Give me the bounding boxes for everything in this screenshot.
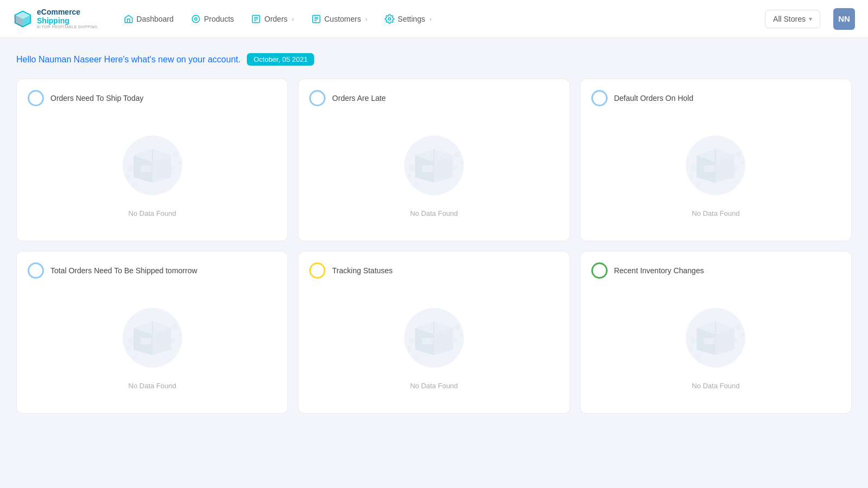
svg-point-80 [695, 354, 701, 359]
card-header-tracking-statuses: Tracking Statuses [309, 262, 558, 279]
card-orders-ship-today: Orders Need To Ship Today [16, 79, 288, 241]
svg-point-14 [388, 17, 391, 20]
card-title-orders-late: Orders Are Late [332, 94, 386, 102]
card-indicator-tracking-statuses [309, 262, 326, 279]
svg-point-25 [132, 182, 138, 187]
card-title-tracking-statuses: Tracking Statuses [332, 266, 393, 275]
empty-box-svg [120, 305, 185, 365]
svg-point-22 [171, 166, 175, 170]
card-orders-late: Orders Are Late [298, 79, 570, 241]
svg-point-55 [171, 338, 175, 343]
svg-point-24 [126, 174, 130, 178]
svg-point-32 [459, 161, 463, 164]
svg-point-36 [414, 182, 419, 187]
card-header-inventory-changes: Recent Inventory Changes [591, 262, 840, 279]
no-data-text-orders-ship-today: No Data Found [129, 209, 176, 217]
no-data-text-tracking-statuses: No Data Found [410, 382, 458, 390]
svg-point-5 [195, 17, 197, 20]
card-title-inventory-changes: Recent Inventory Changes [614, 266, 704, 275]
settings-icon [385, 14, 394, 24]
svg-point-31 [454, 152, 459, 157]
svg-rect-74 [704, 338, 714, 344]
card-header-orders-on-hold: Default Orders On Hold [591, 90, 840, 106]
svg-point-75 [736, 324, 741, 330]
svg-point-69 [414, 354, 419, 359]
nav-item-customers[interactable]: Customers › [303, 10, 376, 28]
card-title-orders-ship-tomorrow: Total Orders Need To Be Shipped tomorrow [50, 266, 197, 275]
logo-text: eCommerce Shipping AI FOR PROFITABLE SHI… [37, 8, 98, 29]
svg-point-42 [736, 152, 741, 157]
no-data-text-orders-on-hold: No Data Found [692, 209, 739, 217]
nav-items: Dashboard Products Orders › [115, 10, 761, 28]
nav-item-settings[interactable]: Settings › [376, 10, 440, 28]
empty-box-svg [683, 305, 748, 365]
svg-point-78 [691, 337, 697, 344]
no-data-text-orders-late: No Data Found [410, 209, 458, 217]
empty-illustration-orders-ship-today [117, 130, 188, 201]
customers-chevron: › [365, 16, 367, 22]
home-icon [124, 14, 133, 24]
nav-item-dashboard[interactable]: Dashboard [115, 10, 183, 28]
svg-point-23 [127, 165, 134, 171]
svg-point-65 [459, 333, 463, 337]
svg-point-44 [734, 166, 738, 170]
svg-rect-41 [704, 165, 714, 172]
card-tracking-statuses: Tracking Statuses [298, 251, 570, 414]
svg-point-58 [132, 354, 138, 359]
no-data-text-inventory-changes: No Data Found [692, 382, 739, 390]
svg-point-47 [695, 182, 701, 187]
svg-rect-19 [141, 165, 151, 172]
svg-point-64 [454, 324, 459, 330]
svg-point-54 [178, 333, 181, 337]
empty-box-svg [401, 305, 467, 365]
svg-point-76 [741, 333, 744, 337]
nav-item-orders[interactable]: Orders › [242, 10, 302, 28]
no-data-text-orders-ship-tomorrow: No Data Found [129, 382, 176, 390]
svg-point-35 [407, 174, 412, 178]
avatar[interactable]: NN [833, 8, 855, 30]
card-body-orders-on-hold: No Data Found [591, 115, 840, 232]
card-body-tracking-statuses: No Data Found [309, 287, 558, 404]
greeting-text: Hello Nauman Naseer Here's what's new on… [16, 55, 240, 65]
svg-rect-30 [422, 165, 433, 172]
logo[interactable]: eCommerce Shipping AI FOR PROFITABLE SHI… [13, 8, 98, 29]
card-indicator-orders-ship-tomorrow [28, 262, 44, 279]
svg-rect-63 [422, 338, 433, 344]
svg-point-66 [452, 338, 457, 343]
card-body-orders-ship-today: No Data Found [28, 115, 277, 232]
svg-rect-52 [141, 338, 151, 344]
store-selector[interactable]: All Stores ▾ [765, 10, 820, 28]
customers-icon [311, 14, 321, 24]
card-orders-on-hold: Default Orders On Hold [580, 79, 852, 241]
svg-point-68 [407, 346, 412, 351]
navbar: eCommerce Shipping AI FOR PROFITABLE SHI… [0, 0, 868, 38]
card-body-orders-late: No Data Found [309, 115, 558, 232]
empty-illustration-orders-on-hold [680, 130, 751, 201]
empty-illustration-tracking-statuses [399, 303, 469, 373]
nav-item-products[interactable]: Products [182, 10, 242, 28]
svg-point-4 [192, 15, 200, 23]
card-title-orders-ship-today: Orders Need To Ship Today [50, 94, 143, 102]
empty-box-svg [401, 133, 467, 192]
dashboard-grid: Orders Need To Ship Today [16, 79, 852, 414]
svg-point-21 [178, 161, 181, 164]
svg-point-53 [173, 324, 178, 330]
empty-box-svg [120, 133, 185, 192]
card-body-inventory-changes: No Data Found [591, 287, 840, 404]
card-header-orders-ship-today: Orders Need To Ship Today [28, 90, 277, 106]
list-icon [251, 14, 261, 24]
svg-point-77 [734, 338, 738, 343]
settings-chevron: › [430, 16, 432, 22]
svg-point-43 [741, 161, 744, 164]
card-orders-ship-tomorrow: Total Orders Need To Be Shipped tomorrow [16, 251, 288, 414]
svg-point-33 [452, 166, 457, 170]
card-indicator-orders-on-hold [591, 90, 608, 106]
card-title-orders-on-hold: Default Orders On Hold [614, 94, 693, 102]
card-inventory-changes: Recent Inventory Changes [580, 251, 852, 414]
svg-point-46 [689, 174, 693, 178]
date-badge: October, 05 2021 [247, 53, 314, 66]
store-caret-icon: ▾ [809, 15, 812, 23]
card-indicator-inventory-changes [591, 262, 608, 279]
logo-icon [13, 9, 33, 29]
orders-chevron: › [292, 16, 294, 22]
